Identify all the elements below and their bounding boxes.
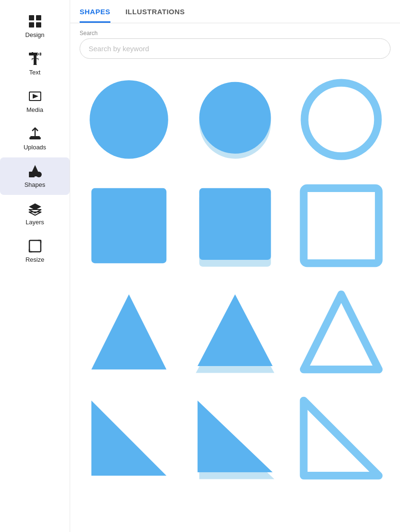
shape-square-bordered[interactable] (184, 174, 286, 277)
svg-rect-29 (304, 188, 379, 263)
svg-rect-6 (32, 52, 33, 55)
shapes-grid (70, 64, 400, 532)
sidebar-item-resize-label: Resize (26, 256, 45, 263)
svg-point-17 (36, 172, 42, 177)
svg-marker-33 (304, 294, 379, 369)
sidebar: Design T Text Media (0, 0, 70, 532)
shape-circle-solid[interactable] (78, 68, 180, 171)
sidebar-item-text[interactable]: T Text (0, 45, 70, 83)
svg-point-22 (90, 80, 168, 159)
sidebar-item-shapes[interactable]: Shapes (0, 157, 70, 195)
svg-rect-2 (29, 22, 34, 28)
sidebar-item-layers[interactable]: Layers (0, 195, 70, 232)
sidebar-item-text-label: Text (29, 69, 41, 76)
resize-icon (28, 239, 42, 253)
text-icon: T (28, 52, 42, 66)
svg-rect-28 (199, 188, 271, 260)
sidebar-item-media-label: Media (27, 106, 43, 113)
svg-point-10 (38, 54, 39, 55)
shape-triangle-outline[interactable] (290, 281, 392, 383)
svg-point-25 (305, 83, 378, 156)
svg-rect-26 (91, 188, 166, 263)
svg-marker-18 (29, 203, 41, 210)
sidebar-item-uploads[interactable]: Uploads (0, 120, 70, 157)
media-icon (28, 89, 42, 103)
svg-rect-16 (29, 172, 35, 177)
svg-rect-3 (36, 22, 41, 28)
shape-right-triangle-solid[interactable] (78, 387, 180, 489)
sidebar-item-resize[interactable]: Resize (0, 232, 70, 270)
shape-circle-bordered[interactable] (184, 68, 286, 171)
shape-square-solid[interactable] (78, 174, 180, 277)
svg-marker-32 (198, 294, 273, 366)
shape-triangle-solid[interactable] (78, 281, 180, 383)
svg-rect-21 (29, 240, 41, 252)
svg-rect-14 (29, 137, 41, 139)
svg-marker-37 (304, 401, 379, 476)
svg-marker-30 (91, 294, 166, 369)
tabs-bar: SHAPES ILLUSTRATIONS (70, 0, 400, 23)
sidebar-item-layers-label: Layers (26, 219, 44, 226)
shape-square-outline[interactable] (290, 174, 392, 277)
shapes-icon (28, 164, 42, 178)
shape-circle-outline[interactable] (290, 68, 392, 171)
svg-rect-0 (29, 15, 34, 20)
svg-marker-36 (198, 401, 273, 472)
search-section: Search (70, 23, 400, 64)
sidebar-item-uploads-label: Uploads (24, 144, 46, 151)
sidebar-item-design-label: Design (25, 31, 44, 38)
shape-triangle-bordered[interactable] (184, 281, 286, 383)
main-content: SHAPES ILLUSTRATIONS Search (70, 0, 400, 532)
uploads-icon (28, 127, 42, 141)
tab-illustrations[interactable]: ILLUSTRATIONS (126, 0, 185, 23)
layers-icon (28, 202, 42, 216)
design-icon (28, 14, 42, 28)
sidebar-item-shapes-label: Shapes (24, 181, 45, 188)
shape-right-triangle-outline[interactable] (290, 387, 392, 489)
svg-point-24 (199, 82, 271, 154)
search-input[interactable] (80, 38, 391, 59)
svg-marker-34 (91, 401, 166, 476)
shape-right-triangle-bordered[interactable] (184, 387, 286, 489)
svg-text:T: T (31, 55, 38, 66)
tab-shapes[interactable]: SHAPES (80, 0, 110, 23)
sidebar-item-media[interactable]: Media (0, 83, 70, 120)
sidebar-item-design[interactable]: Design (0, 8, 70, 45)
search-label: Search (80, 30, 391, 37)
svg-rect-1 (36, 15, 41, 20)
